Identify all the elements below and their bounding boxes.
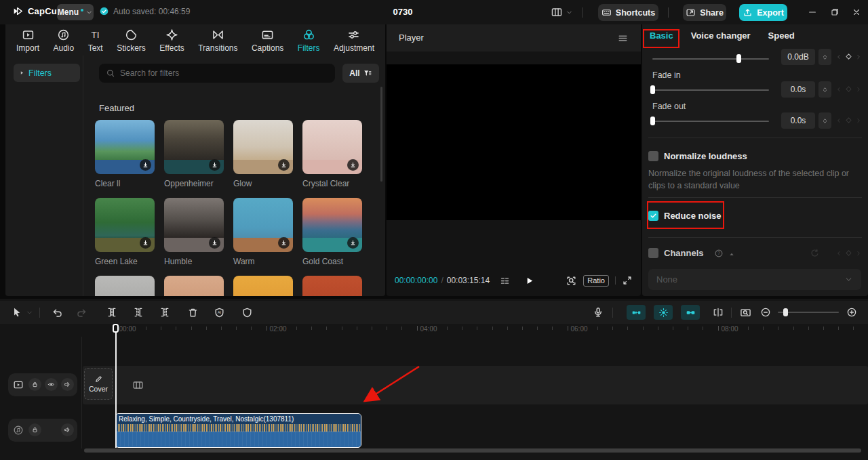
- filter-card[interactable]: Clear ll: [95, 120, 155, 188]
- delete-button[interactable]: [187, 307, 199, 318]
- filter-card[interactable]: Gold Coast: [302, 198, 362, 266]
- frame-view-icon[interactable]: [499, 275, 511, 287]
- share-button[interactable]: Share: [683, 4, 726, 21]
- download-badge[interactable]: [209, 237, 220, 249]
- export-button[interactable]: Export: [739, 4, 787, 21]
- fade-out-value[interactable]: 0.0s: [781, 112, 815, 129]
- slider-thumb[interactable]: [650, 117, 655, 125]
- filter-card[interactable]: Glow: [233, 120, 293, 188]
- normalize-loudness-checkbox[interactable]: [648, 151, 658, 161]
- tab-text[interactable]: TIText: [88, 28, 103, 53]
- filter-card[interactable]: Green Lake: [95, 198, 155, 266]
- minimize-button[interactable]: [808, 7, 817, 17]
- timeline-zoom-thumb[interactable]: [783, 308, 788, 316]
- split-view-button[interactable]: [712, 306, 724, 318]
- volume-slider[interactable]: [652, 54, 769, 63]
- filter-card[interactable]: [164, 276, 224, 296]
- keyframe-prev-icon[interactable]: [835, 54, 842, 60]
- video-track-mute-button[interactable]: [61, 378, 74, 391]
- redo-button[interactable]: [76, 307, 87, 318]
- inspector-tab-basic[interactable]: Basic: [650, 30, 673, 41]
- channels-checkbox[interactable]: [648, 248, 658, 258]
- fade-out-slider[interactable]: [652, 117, 769, 125]
- volume-value[interactable]: 0.0dB: [781, 49, 815, 65]
- audio-clip[interactable]: Relaxing, Simple, Countryside, Travel, N…: [115, 413, 361, 448]
- cover-button[interactable]: Cover: [84, 368, 113, 400]
- volume-keyframe-controls[interactable]: [835, 52, 862, 61]
- tab-adjustment[interactable]: Adjustment: [334, 28, 374, 53]
- filter-card[interactable]: Warm: [233, 198, 293, 266]
- timeline-zoom-in-button[interactable]: [846, 307, 857, 318]
- slider-thumb[interactable]: [650, 85, 655, 94]
- video-track-visibility-button[interactable]: [45, 378, 58, 391]
- maximize-button[interactable]: [830, 7, 840, 17]
- delete-right-button[interactable]: [159, 306, 171, 318]
- video-track-lock-button[interactable]: [28, 378, 41, 391]
- inspector-tab-speed[interactable]: Speed: [768, 30, 795, 41]
- volume-stepper[interactable]: [818, 49, 831, 65]
- audio-track-lock-button[interactable]: [28, 423, 41, 436]
- filter-thumbnail[interactable]: [164, 276, 224, 296]
- filter-thumbnail[interactable]: [95, 198, 155, 252]
- tab-audio[interactable]: Audio: [53, 28, 74, 53]
- filter-card[interactable]: Humble: [164, 198, 224, 266]
- mask-button[interactable]: [241, 307, 253, 318]
- tab-transitions[interactable]: Transitions: [198, 28, 237, 53]
- filter-thumbnail[interactable]: [164, 198, 224, 252]
- shortcuts-button[interactable]: Shortcuts: [598, 4, 658, 21]
- player-menu-icon[interactable]: [617, 33, 629, 44]
- playhead-handle[interactable]: [113, 324, 119, 333]
- filter-thumbnail[interactable]: [302, 198, 362, 252]
- slider-thumb[interactable]: [736, 54, 741, 63]
- timeline-zoom-out-button[interactable]: [760, 307, 771, 318]
- delete-left-button[interactable]: [132, 306, 144, 318]
- download-badge[interactable]: [347, 159, 359, 171]
- filter-thumbnail[interactable]: [302, 120, 362, 174]
- filter-thumbnail[interactable]: [233, 276, 293, 296]
- fade-out-stepper[interactable]: [818, 112, 831, 129]
- select-tool-dropdown[interactable]: [26, 309, 33, 316]
- playhead-line[interactable]: [115, 324, 117, 448]
- horizontal-scrollbar[interactable]: [84, 448, 861, 453]
- smart-tool-button[interactable]: AI: [214, 307, 225, 318]
- keyframe-next-icon[interactable]: [855, 54, 862, 60]
- filter-thumbnail[interactable]: [233, 198, 293, 252]
- audio-track-mute-button[interactable]: [61, 423, 74, 436]
- preview-zoom-icon[interactable]: [566, 275, 577, 287]
- reduce-noise-checkbox[interactable]: [648, 211, 658, 221]
- timeline-ruler[interactable]: 00:0002:0004:0006:0008:00: [0, 324, 868, 337]
- record-voiceover-button[interactable]: [592, 306, 604, 318]
- filter-card[interactable]: [95, 276, 155, 296]
- filter-thumbnail[interactable]: [233, 120, 293, 174]
- filter-thumbnail[interactable]: [164, 120, 224, 174]
- tab-filters[interactable]: Filters: [298, 28, 320, 53]
- help-icon[interactable]: ?: [714, 249, 724, 258]
- keyframe-diamond-icon[interactable]: [844, 52, 853, 61]
- sidebar-item-filters[interactable]: Filters: [14, 64, 80, 82]
- undo-button[interactable]: [52, 307, 63, 318]
- filter-card[interactable]: [302, 276, 362, 296]
- tab-effects[interactable]: Effects: [159, 28, 184, 53]
- auto-snap-toggle[interactable]: [654, 305, 673, 320]
- download-badge[interactable]: [278, 237, 290, 249]
- download-badge[interactable]: [347, 237, 359, 249]
- fade-in-slider[interactable]: [652, 85, 769, 94]
- fade-in-stepper[interactable]: [818, 81, 831, 98]
- close-button[interactable]: [852, 7, 861, 17]
- search-box[interactable]: [99, 64, 335, 83]
- tab-captions[interactable]: Captions: [252, 28, 283, 53]
- preview-axis-button[interactable]: [740, 307, 751, 318]
- download-badge[interactable]: [209, 159, 220, 171]
- video-track[interactable]: [83, 366, 868, 404]
- menu-button[interactable]: Menu: [57, 4, 94, 20]
- layout-icon[interactable]: [551, 6, 563, 18]
- filter-thumbnail[interactable]: [302, 276, 362, 296]
- tab-import[interactable]: Import: [16, 28, 39, 53]
- layout-chevron-down-icon[interactable]: [566, 9, 573, 16]
- download-badge[interactable]: [140, 159, 151, 171]
- fade-in-value[interactable]: 0.0s: [781, 81, 815, 98]
- link-clips-toggle[interactable]: [681, 305, 700, 320]
- collapse-caret-icon[interactable]: [728, 250, 736, 258]
- play-button[interactable]: [524, 276, 534, 286]
- video-preview[interactable]: [387, 64, 641, 220]
